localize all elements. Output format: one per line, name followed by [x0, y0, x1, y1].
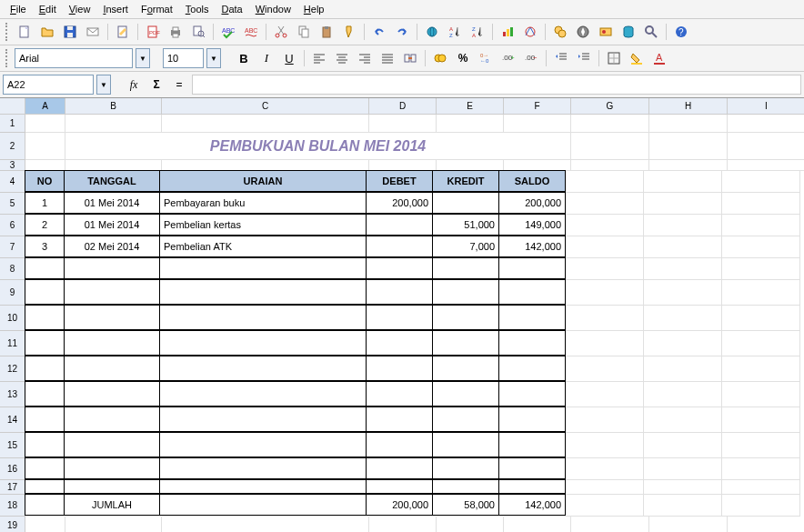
cell[interactable]: [25, 517, 65, 532]
cell[interactable]: [162, 115, 369, 133]
table-cell[interactable]: [498, 479, 566, 494]
table-cell[interactable]: [498, 381, 566, 407]
bold-button[interactable]: B: [234, 48, 254, 68]
total-debet[interactable]: 200,000: [366, 494, 433, 516]
cell[interactable]: [722, 215, 800, 236]
row-header[interactable]: 9: [0, 280, 25, 306]
table-cell[interactable]: [25, 479, 65, 494]
hyperlink-icon[interactable]: [422, 22, 442, 42]
underline-button[interactable]: U: [279, 48, 299, 68]
table-cell[interactable]: [498, 330, 566, 356]
table-header[interactable]: KREDIT: [432, 170, 499, 192]
total-saldo[interactable]: 142,000: [498, 494, 566, 516]
cell[interactable]: [644, 258, 722, 280]
formula-input[interactable]: [192, 75, 801, 95]
copy-icon[interactable]: [294, 22, 314, 42]
cell[interactable]: [728, 133, 804, 160]
table-cell[interactable]: [25, 457, 65, 479]
table-cell[interactable]: [64, 356, 160, 381]
table-cell[interactable]: [366, 407, 433, 432]
row-header[interactable]: 17: [0, 480, 25, 495]
table-cell[interactable]: [25, 356, 65, 381]
row-header[interactable]: 14: [0, 407, 25, 433]
cell[interactable]: [566, 433, 644, 458]
cell[interactable]: [566, 258, 644, 280]
italic-button[interactable]: I: [256, 48, 276, 68]
decrease-indent-icon[interactable]: [551, 48, 571, 68]
cellref-dropdown-icon[interactable]: ▼: [96, 75, 111, 95]
col-header[interactable]: C: [162, 98, 369, 115]
align-right-icon[interactable]: [355, 48, 375, 68]
cell[interactable]: [649, 160, 728, 171]
cell-reference-input[interactable]: [3, 75, 94, 95]
cell[interactable]: [728, 160, 804, 171]
row-header[interactable]: 12: [0, 356, 25, 382]
table-cell[interactable]: Pembayaran buku: [159, 192, 367, 214]
cell[interactable]: [722, 356, 800, 382]
table-header[interactable]: URAIAN: [159, 170, 367, 192]
row-header[interactable]: 19: [0, 517, 25, 532]
menu-data[interactable]: Data: [216, 2, 247, 16]
menu-insert[interactable]: Insert: [97, 2, 134, 16]
table-cell[interactable]: [366, 381, 433, 407]
menu-file[interactable]: File: [5, 2, 32, 16]
cell[interactable]: [65, 517, 162, 532]
format-paintbrush-icon[interactable]: [339, 22, 359, 42]
table-cell[interactable]: [25, 257, 65, 279]
cell[interactable]: [728, 115, 804, 133]
cell[interactable]: [722, 306, 800, 331]
table-cell[interactable]: [159, 381, 367, 407]
table-cell[interactable]: [64, 432, 160, 457]
redo-icon[interactable]: [392, 22, 412, 42]
number-std-icon[interactable]: 0→←0: [476, 48, 496, 68]
table-cell[interactable]: 149,000: [498, 214, 566, 236]
table-cell[interactable]: 2: [25, 214, 65, 236]
table-cell[interactable]: [366, 479, 433, 494]
zoom-icon[interactable]: [641, 22, 661, 42]
table-cell[interactable]: [498, 279, 566, 305]
edit-doc-icon[interactable]: [113, 22, 133, 42]
cell[interactable]: [722, 258, 800, 280]
row-header[interactable]: 5: [0, 193, 25, 215]
new-icon[interactable]: [15, 22, 35, 42]
cell[interactable]: [566, 356, 644, 382]
cell[interactable]: [644, 433, 722, 458]
col-header[interactable]: I: [728, 98, 804, 115]
table-cell[interactable]: [432, 356, 499, 381]
table-cell[interactable]: [498, 457, 566, 479]
open-icon[interactable]: [37, 22, 57, 42]
show-draw-icon[interactable]: [520, 22, 540, 42]
gallery-icon[interactable]: [596, 22, 616, 42]
table-cell[interactable]: [25, 432, 65, 457]
row-header[interactable]: 8: [0, 258, 25, 280]
cell[interactable]: [649, 115, 728, 133]
table-cell[interactable]: [432, 457, 499, 479]
table-cell[interactable]: [432, 305, 499, 330]
col-header[interactable]: H: [649, 98, 728, 115]
table-cell[interactable]: 142,000: [498, 236, 566, 257]
sum-icon[interactable]: Σ: [146, 75, 166, 95]
table-cell[interactable]: [25, 330, 65, 356]
table-cell[interactable]: 02 Mei 2014: [64, 236, 160, 257]
table-cell[interactable]: 7,000: [432, 236, 499, 257]
cell[interactable]: [571, 517, 649, 532]
row-header[interactable]: 16: [0, 458, 25, 480]
cell[interactable]: [644, 306, 722, 331]
paste-icon[interactable]: [317, 22, 337, 42]
cell[interactable]: [504, 115, 571, 133]
cell[interactable]: [25, 115, 65, 133]
table-cell[interactable]: [366, 257, 433, 279]
bgcolor-icon[interactable]: [627, 48, 647, 68]
email-icon[interactable]: [83, 22, 103, 42]
row-header[interactable]: 7: [0, 236, 25, 258]
cell[interactable]: [722, 280, 800, 306]
menu-help[interactable]: Help: [298, 2, 330, 16]
table-header[interactable]: SALDO: [498, 170, 566, 192]
table-cell[interactable]: [25, 279, 65, 305]
table-header[interactable]: DEBET: [366, 170, 433, 192]
toolbar-handle[interactable]: [5, 23, 9, 41]
table-cell[interactable]: [366, 305, 433, 330]
table-cell[interactable]: 01 Mei 2014: [64, 192, 160, 214]
help-icon[interactable]: ?: [671, 22, 691, 42]
currency-icon[interactable]: [430, 48, 450, 68]
